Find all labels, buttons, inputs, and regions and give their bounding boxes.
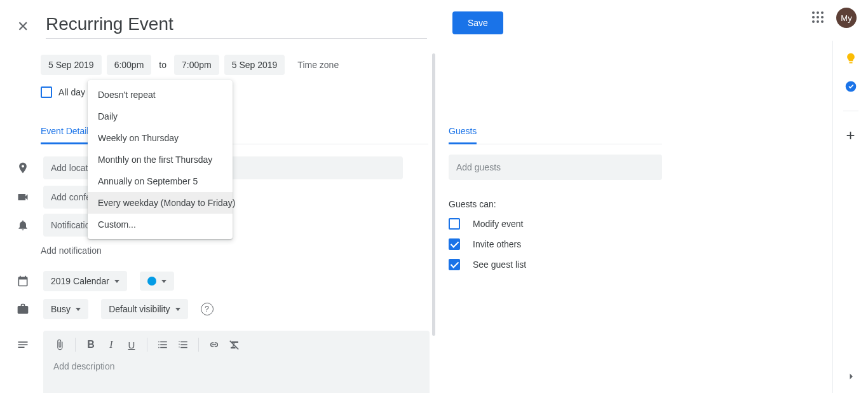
event-title-input[interactable]: [46, 14, 427, 39]
attach-icon[interactable]: [51, 336, 69, 354]
bold-icon[interactable]: B: [82, 336, 100, 354]
tasks-icon[interactable]: [844, 80, 857, 93]
link-icon[interactable]: [205, 336, 223, 354]
video-icon: [15, 191, 31, 203]
apps-icon[interactable]: [812, 11, 825, 24]
scrollbar[interactable]: [432, 53, 435, 336]
color-selector[interactable]: [140, 272, 174, 291]
close-icon[interactable]: ✕: [15, 18, 31, 35]
chevron-down-icon: [175, 308, 180, 311]
start-date-picker[interactable]: 5 Sep 2019: [41, 55, 102, 75]
modify-event-label: Modify event: [473, 219, 523, 229]
repeat-option-none[interactable]: Doesn't repeat: [88, 84, 233, 106]
briefcase-icon: [15, 303, 31, 315]
color-dot-icon: [147, 277, 156, 286]
see-guest-list-checkbox[interactable]: [449, 259, 460, 270]
underline-icon[interactable]: U: [123, 336, 140, 354]
description-icon: [15, 331, 31, 351]
busy-label: Busy: [51, 304, 71, 314]
description-toolbar: B I U: [43, 331, 430, 359]
repeat-option-daily[interactable]: Daily: [88, 106, 233, 127]
visibility-label: Default visibility: [109, 304, 170, 314]
tab-event-details[interactable]: Event Details: [41, 126, 93, 144]
add-notification-button[interactable]: Add notification: [41, 245, 102, 256]
to-label: to: [156, 60, 169, 70]
bell-icon: [15, 219, 31, 231]
visibility-selector[interactable]: Default visibility: [101, 299, 187, 319]
guests-panel: Guests Guests can: Modify event Invite o…: [449, 126, 662, 279]
avatar[interactable]: My: [836, 8, 857, 28]
invite-others-checkbox[interactable]: [449, 238, 460, 250]
add-addon-icon[interactable]: +: [844, 129, 857, 142]
chevron-down-icon: [114, 280, 119, 283]
timezone-link[interactable]: Time zone: [297, 60, 339, 70]
repeat-option-weekdays[interactable]: Every weekday (Monday to Friday): [88, 192, 233, 214]
invite-others-label: Invite others: [473, 239, 521, 249]
location-icon: [15, 162, 31, 174]
availability-selector[interactable]: Busy: [43, 299, 88, 319]
collapse-panel-icon[interactable]: [844, 370, 857, 383]
all-day-label: All day: [58, 87, 85, 97]
numbered-list-icon[interactable]: [154, 336, 172, 354]
guests-can-label: Guests can:: [449, 199, 662, 209]
chevron-down-icon: [76, 308, 81, 311]
repeat-option-monthly[interactable]: Monthly on the first Thursday: [88, 149, 233, 170]
start-time-picker[interactable]: 6:00pm: [107, 55, 152, 75]
add-guests-input[interactable]: [449, 155, 662, 180]
datetime-row: 5 Sep 2019 6:00pm to 7:00pm 5 Sep 2019 T…: [41, 55, 339, 75]
side-panel: +: [832, 41, 868, 393]
keep-icon[interactable]: [844, 52, 857, 65]
all-day-checkbox[interactable]: [41, 86, 52, 98]
repeat-menu: Doesn't repeat Daily Weekly on Thursday …: [88, 80, 233, 239]
tab-guests[interactable]: Guests: [449, 126, 477, 144]
description-input[interactable]: Add description: [43, 359, 430, 374]
repeat-option-custom[interactable]: Custom...: [88, 214, 233, 235]
modify-event-checkbox[interactable]: [449, 218, 460, 230]
end-time-picker[interactable]: 7:00pm: [174, 55, 219, 75]
save-button[interactable]: Save: [452, 11, 503, 34]
description-area: B I U Add description: [43, 331, 430, 393]
help-icon[interactable]: ?: [201, 303, 214, 315]
repeat-option-annually[interactable]: Annually on September 5: [88, 170, 233, 192]
calendar-icon: [15, 275, 31, 287]
svg-point-0: [845, 81, 856, 92]
chevron-down-icon: [161, 280, 166, 283]
see-guest-list-label: See guest list: [473, 259, 526, 270]
calendar-name: 2019 Calendar: [51, 276, 109, 286]
repeat-option-weekly[interactable]: Weekly on Thursday: [88, 127, 233, 149]
calendar-selector[interactable]: 2019 Calendar: [43, 271, 127, 291]
clear-formatting-icon[interactable]: [226, 336, 243, 354]
bulleted-list-icon[interactable]: [174, 336, 192, 354]
italic-icon[interactable]: I: [102, 336, 120, 354]
end-date-picker[interactable]: 5 Sep 2019: [224, 55, 285, 75]
